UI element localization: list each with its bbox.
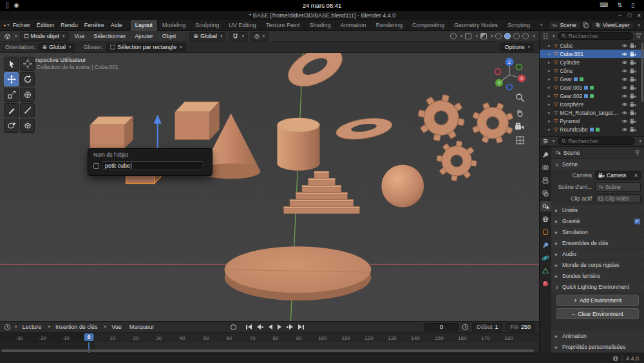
object-name[interactable]: Cube	[560, 43, 573, 49]
panel-sondes-lumiere[interactable]: ▸Sondes lumière	[551, 271, 644, 281]
cube-small-object[interactable]	[90, 117, 133, 148]
apps-grid-icon[interactable]: ⣿	[5, 3, 10, 8]
tab-layout[interactable]: Layout	[131, 20, 158, 31]
outliner-item-gear-001[interactable]: ▸▽ Gear.001	[540, 83, 644, 92]
minimize-button[interactable]: −	[615, 12, 625, 19]
annotate-tool-button[interactable]	[4, 103, 19, 117]
tab-view-layer[interactable]	[540, 188, 551, 199]
properties-search-input[interactable]: Rechercher	[558, 137, 636, 145]
jump-to-end-button[interactable]	[296, 322, 307, 331]
frame-start-field[interactable]: Début 1	[472, 323, 502, 331]
add-cube-tool-button[interactable]	[4, 119, 19, 133]
gizmo-z-neg-axis[interactable]	[507, 84, 513, 90]
expand-icon[interactable]: ▸	[548, 77, 552, 82]
expand-icon[interactable]: ▸	[548, 52, 552, 57]
tab-shading[interactable]: Shading	[305, 20, 336, 31]
gizmos-caret-icon[interactable]: ▾	[475, 34, 478, 39]
disable-render-icon[interactable]	[630, 102, 636, 107]
next-keyframe-button[interactable]	[284, 322, 296, 331]
disable-render-icon[interactable]	[630, 93, 636, 99]
tab-geometry-nodes[interactable]: Geometry Nodes	[450, 20, 503, 31]
playhead-badge[interactable]: 0	[84, 333, 94, 341]
object-name[interactable]: Gear.001	[560, 84, 582, 91]
extra-tool-button[interactable]	[20, 119, 35, 133]
panel-corps-rigides[interactable]: ▸Monde de corps rigides	[551, 260, 644, 270]
tab-output[interactable]	[540, 175, 551, 186]
hide-viewport-icon[interactable]	[621, 110, 628, 115]
outliner-item-cone[interactable]: ▸▽ Cône	[540, 66, 644, 75]
tab-object-data[interactable]	[540, 266, 551, 276]
tab-world[interactable]	[540, 214, 551, 224]
panel-proprietes-personnalisees[interactable]: ▸Propriétés personnalisées	[551, 342, 644, 352]
disable-render-icon[interactable]	[630, 43, 636, 48]
shading-solid-button[interactable]	[504, 33, 511, 39]
object-name[interactable]: MCH_Rotation_target.00	[560, 110, 619, 116]
disable-render-icon[interactable]	[630, 52, 636, 57]
menu-lecture[interactable]: Lecture	[20, 324, 44, 330]
ortho-grid-icon[interactable]	[515, 135, 525, 145]
select-tool-button[interactable]	[4, 57, 19, 71]
expand-icon[interactable]: ▸	[548, 93, 552, 99]
transform-tool-button[interactable]	[20, 88, 35, 102]
outliner-item-cylindre[interactable]: ▸▽ Cylindre	[540, 58, 644, 66]
object-name[interactable]: Pyramid	[560, 118, 580, 124]
jump-to-start-button[interactable]	[243, 322, 254, 331]
cube-medium-object[interactable]	[175, 102, 220, 140]
tab-modifiers[interactable]	[540, 240, 551, 250]
outliner-item-icosphere[interactable]: ▸▽ Icosphère	[540, 100, 644, 108]
orientation-setting-selector[interactable]: ⊕ Global ▾	[39, 43, 75, 52]
clear-environment-button[interactable]: − Clear Environment	[556, 308, 639, 319]
editor-type-icon[interactable]	[4, 33, 11, 40]
play-button[interactable]	[275, 322, 284, 331]
3d-viewport[interactable]: Perspective Utilisateur (0) Collection d…	[0, 53, 539, 321]
object-name[interactable]: Cône	[560, 68, 573, 74]
outliner-item-gear-002[interactable]: ▸▽ Gear.002	[540, 92, 644, 100]
pyramid-object[interactable]	[283, 172, 359, 214]
expand-icon[interactable]: ▸	[548, 85, 552, 90]
properties-editor-icon[interactable]	[542, 138, 549, 144]
background-scene-field[interactable]: Scène	[595, 182, 641, 191]
disable-render-icon[interactable]	[630, 85, 636, 90]
frame-range-clock-icon[interactable]	[462, 324, 469, 331]
maximize-button[interactable]: □	[625, 12, 634, 19]
tab-sculpting[interactable]: Sculpting	[191, 20, 224, 31]
tab-animation[interactable]: Animation	[336, 20, 371, 31]
gear-002-object[interactable]	[434, 139, 479, 184]
menu-edition[interactable]: Édition	[33, 20, 58, 31]
new-scene-icon[interactable]	[583, 22, 589, 28]
menu-insertion-cles[interactable]: Insertion de clés	[53, 324, 100, 330]
visibility-caret-icon[interactable]: ▾	[460, 34, 463, 39]
outliner-item-cube[interactable]: ▸▽ Cube	[540, 41, 644, 50]
gizmos-dropdown-icon[interactable]	[465, 33, 471, 39]
menu-aide[interactable]: Aide	[108, 20, 126, 31]
menu-marqueur[interactable]: Marqueur	[127, 324, 157, 330]
disc-object[interactable]	[225, 246, 372, 300]
outliner-item-pyramid[interactable]: ▸▽ Pyramid	[540, 117, 644, 125]
outliner-item-cube-001[interactable]: ▸▽ Cube.001	[540, 50, 644, 58]
cursor-tool-button[interactable]	[20, 57, 35, 71]
pivot-point-selector[interactable]: ◎ ▾	[251, 32, 269, 41]
object-name-input[interactable]: petit cube	[102, 161, 204, 170]
remove-viewlayer-icon[interactable]: ×	[638, 22, 641, 28]
add-workspace-button[interactable]: +	[535, 20, 548, 31]
disable-render-icon[interactable]	[630, 60, 636, 65]
shading-rendered-button[interactable]	[522, 33, 529, 39]
panel-audio[interactable]: ▸Audio	[551, 249, 644, 259]
gear-object[interactable]	[414, 90, 469, 145]
drag-setting-selector[interactable]: Sélection par rectangle ▾	[106, 43, 186, 52]
expand-icon[interactable]: ▸	[548, 135, 552, 137]
menu-fichier[interactable]: Fichier	[10, 20, 33, 31]
overlays-caret-icon[interactable]: ▾	[491, 34, 493, 39]
keyboard-icon[interactable]: ⌨	[600, 3, 609, 8]
options-dropdown[interactable]: Options ▾	[500, 43, 534, 52]
shading-caret-icon[interactable]: ▾	[533, 34, 535, 39]
blender-logo-icon[interactable]	[3, 22, 6, 29]
expand-icon[interactable]: ▸	[548, 60, 552, 65]
properties-options-caret-icon[interactable]: ▾	[639, 139, 641, 144]
tab-scene[interactable]	[540, 201, 551, 211]
gear-001-object[interactable]	[465, 95, 520, 150]
timeline-scrollbar[interactable]	[1, 349, 534, 352]
scene-selector[interactable]: Scene	[548, 21, 580, 30]
menu-timeline-vue[interactable]: Vue	[109, 324, 124, 330]
object-name[interactable]: Gear.002	[560, 93, 582, 99]
